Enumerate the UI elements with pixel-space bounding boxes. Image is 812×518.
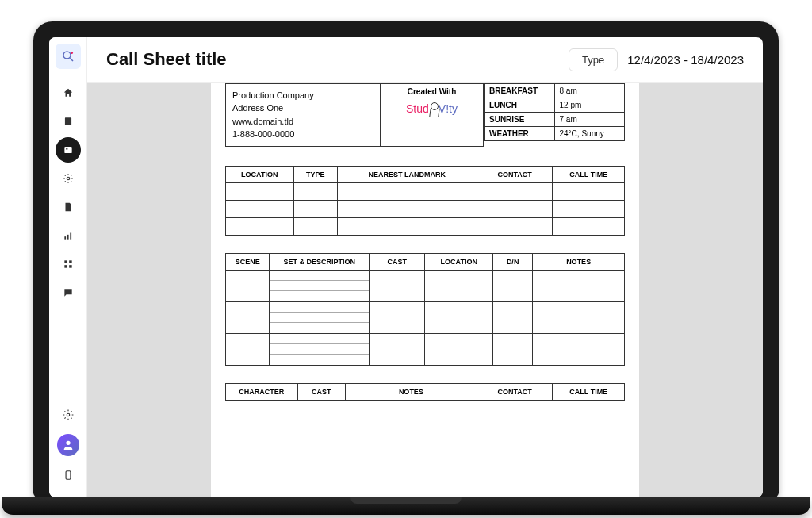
svg-rect-11 [69,260,72,263]
scene-table: SCENE SET & DESCRIPTION CAST LOCATION D/… [225,253,625,366]
script-icon[interactable] [56,109,81,134]
callsheet-icon[interactable] [56,137,81,163]
settings-icon[interactable] [56,402,81,428]
svg-rect-10 [64,260,67,263]
table-row [226,200,625,217]
svg-rect-5 [66,148,67,149]
svg-point-6 [67,177,70,180]
character-table: CHARACTER CAST NOTES CONTACT CALL TIME [225,383,625,401]
created-with-panel: Created With StudV!ty [381,83,484,147]
svg-rect-12 [64,265,67,268]
grid-icon[interactable] [56,251,81,277]
screen: Call Sheet title Type 12/4/2023 - 18/4/2… [49,37,763,497]
svg-point-14 [67,413,70,416]
main-content: Call Sheet title Type 12/4/2023 - 18/4/2… [87,37,763,497]
table-row: BREAKFAST8 am [485,83,625,98]
table-row [226,301,625,333]
production-info: Production Company Address One www.domai… [225,83,381,147]
location-table: LOCATION TYPE NEAREST LANDMARK CONTACT C… [225,166,625,236]
studiovity-logo: StudV!ty [384,102,480,117]
table-row [226,182,625,200]
table-row [226,270,625,301]
table-row [226,217,625,235]
svg-rect-4 [64,146,71,152]
svg-point-2 [71,52,73,54]
company-website: www.domain.tld [232,115,373,129]
svg-rect-3 [64,117,71,125]
company-phone: 1-888-000-0000 [232,128,373,141]
company-address: Address One [232,102,373,115]
mobile-icon[interactable] [56,462,81,488]
document-icon[interactable] [56,194,81,220]
chat-icon[interactable] [56,280,81,305]
chart-icon[interactable] [56,223,81,248]
avatar[interactable] [57,434,79,456]
sidebar [49,37,87,497]
document-viewport[interactable]: Production Company Address One www.domai… [87,83,763,497]
company-name: Production Company [232,89,373,102]
table-row: WEATHER24°C, Sunny [485,126,625,140]
created-with-label: Created With [384,87,480,96]
svg-rect-13 [69,265,72,268]
type-button[interactable]: Type [569,48,618,71]
table-row: SUNRISE7 am [485,112,625,126]
svg-rect-9 [70,232,71,239]
svg-rect-8 [67,234,68,239]
table-row: LUNCH12 pm [485,98,625,112]
svg-point-0 [63,52,71,59]
svg-line-1 [70,58,73,61]
page-title: Call Sheet title [106,49,559,70]
home-icon[interactable] [56,80,81,106]
svg-rect-7 [64,236,66,240]
schedule-info: BREAKFAST8 am LUNCH12 pm SUNRISE7 am WEA… [484,83,625,147]
svg-point-15 [66,440,70,444]
laptop-base [2,497,810,515]
callsheet-document: Production Company Address One www.domai… [211,83,639,497]
laptop-frame: Call Sheet title Type 12/4/2023 - 18/4/2… [33,21,779,497]
date-range: 12/4/2023 - 18/4/2023 [627,53,744,67]
app-logo-icon[interactable] [56,44,81,69]
table-row [226,333,625,365]
header: Call Sheet title Type 12/4/2023 - 18/4/2… [87,37,763,83]
gear-icon[interactable] [56,166,81,191]
